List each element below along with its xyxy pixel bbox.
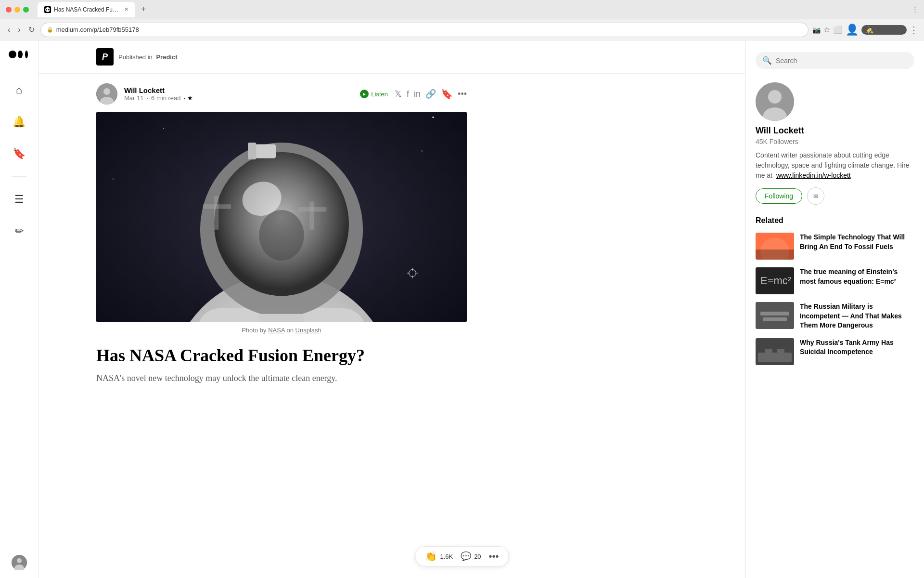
svg-point-10 <box>103 88 110 95</box>
related-article-3[interactable]: The Russian Military is Incompetent — An… <box>756 302 914 330</box>
sidebar-bottom <box>12 555 27 570</box>
publication-name[interactable]: Predict <box>156 53 177 61</box>
home-icon[interactable]: ⌂ <box>13 81 25 99</box>
comment-button[interactable]: 💬 20 <box>461 551 481 562</box>
app-body: ⌂ 🔔 🔖 ☰ ✏ P Published in Predict <box>0 40 924 578</box>
linkedin-link[interactable]: www.linkedin.in/w-lockett <box>776 171 851 179</box>
tab-close-button[interactable]: ✕ <box>124 6 128 13</box>
unsplash-link[interactable]: Unsplash <box>295 327 321 334</box>
tab-title: Has NASA Cracked Fusion Ene… <box>54 6 121 13</box>
edit-sidebar-icon[interactable]: ✏ <box>12 222 26 240</box>
clap-count: 1.6K <box>440 553 453 560</box>
browser-actions: 📷 ☆ ⬜ 👤 🕵 Incognito ⋮ <box>812 24 918 36</box>
address-bar: ‹ › ↻ 🔒 medium.com/p/1eb79fb55178 📷 ☆ ⬜ … <box>0 19 924 40</box>
svg-rect-24 <box>203 204 231 209</box>
back-button[interactable]: ‹ <box>6 24 12 36</box>
sidebar-divider <box>12 176 26 177</box>
svg-point-1 <box>46 9 47 10</box>
more-options-icon[interactable]: ••• <box>458 89 467 99</box>
comment-icon: 💬 <box>461 551 471 562</box>
svg-rect-48 <box>777 349 784 355</box>
following-button[interactable]: Following <box>756 188 802 204</box>
publication-logo[interactable]: P <box>96 48 114 66</box>
save-icon[interactable]: 🔖 <box>441 88 453 100</box>
related-title-3: The Russian Military is Incompetent — An… <box>800 302 914 330</box>
listen-play-icon: ▶ <box>360 90 369 98</box>
traffic-lights <box>6 7 29 13</box>
author-info: Will Lockett Mar 11 · 6 min read · ★ <box>124 86 353 102</box>
lock-icon: 🔒 <box>47 26 53 33</box>
article-subtitle: NASA's novel new technology may unlock t… <box>96 372 467 385</box>
link-icon[interactable]: 🔗 <box>425 89 436 99</box>
author-avatar[interactable] <box>96 83 117 105</box>
article-wrapper: Will Lockett Mar 11 · 6 min read · ★ ▶ L… <box>38 74 525 414</box>
svg-rect-39 <box>756 250 794 260</box>
close-button[interactable] <box>6 7 12 13</box>
author-row: Will Lockett Mar 11 · 6 min read · ★ ▶ L… <box>96 83 467 105</box>
more-bar-button[interactable]: ••• <box>489 551 499 562</box>
search-box[interactable]: 🔍 <box>756 52 914 69</box>
camera-off-icon: 📷 <box>812 26 821 34</box>
bookmark-sidebar-icon[interactable]: 🔖 <box>10 144 28 163</box>
window-list-icon[interactable]: ⋮ <box>912 6 918 13</box>
related-thumb-1 <box>756 233 794 260</box>
new-tab-button[interactable]: + <box>137 4 150 14</box>
author-card-avatar[interactable] <box>756 82 794 121</box>
read-time: 6 min read <box>151 94 180 102</box>
forward-button[interactable]: › <box>16 24 22 36</box>
author-card-name[interactable]: Will Lockett <box>756 126 804 136</box>
related-article-2[interactable]: E=mc² The true meaning of Einstein's mos… <box>756 267 914 294</box>
related-article-4[interactable]: Why Russia's Tank Army Has Suicidal Inco… <box>756 338 914 365</box>
menu-icon[interactable]: ⋮ <box>910 25 918 35</box>
author-name[interactable]: Will Lockett <box>124 86 353 94</box>
nasa-link[interactable]: NASA <box>268 327 285 334</box>
active-tab[interactable]: Has NASA Cracked Fusion Ene… ✕ <box>38 2 135 17</box>
svg-rect-46 <box>758 353 792 362</box>
listen-button[interactable]: ▶ Listen <box>360 90 388 98</box>
medium-logo[interactable] <box>9 48 30 64</box>
svg-rect-23 <box>214 196 218 230</box>
related-article-1[interactable]: The Simple Technology That Will Bring An… <box>756 233 914 260</box>
star-icon[interactable]: ☆ <box>823 25 830 34</box>
notification-icon[interactable]: 🔔 <box>10 113 28 131</box>
related-title-4: Why Russia's Tank Army Has Suicidal Inco… <box>800 338 914 365</box>
author-actions: Following ✉ <box>756 187 824 205</box>
related-thumb-3 <box>756 302 794 329</box>
main-content: P Published in Predict Will Lockett Mar … <box>38 40 746 578</box>
author-meta: Mar 11 · 6 min read · ★ <box>124 94 353 102</box>
related-thumb-2: E=mc² <box>756 267 794 294</box>
minimize-button[interactable] <box>14 7 20 13</box>
svg-rect-26 <box>298 207 326 211</box>
maximize-button[interactable] <box>23 7 29 13</box>
star-rating: · ★ <box>184 94 193 102</box>
crosshair <box>409 269 416 277</box>
svg-point-27 <box>259 210 304 261</box>
related-thumb-4 <box>756 338 794 365</box>
linkedin-icon[interactable]: in <box>414 89 421 99</box>
article-title: Has NASA Cracked Fusion Energy? <box>96 345 467 366</box>
clap-icon: 👏 <box>425 551 437 562</box>
svg-point-14 <box>163 128 164 129</box>
profile-icon[interactable]: 👤 <box>846 24 859 36</box>
facebook-icon[interactable]: f <box>407 89 409 99</box>
svg-point-2 <box>48 9 50 10</box>
url-bar[interactable]: 🔒 medium.com/p/1eb79fb55178 <box>40 23 809 37</box>
search-input[interactable] <box>776 57 908 65</box>
svg-point-3 <box>9 51 16 58</box>
subscribe-icon: ✉ <box>813 193 819 200</box>
svg-point-15 <box>432 117 434 118</box>
twitter-icon[interactable]: 𝕏 <box>395 89 402 99</box>
reload-button[interactable]: ↻ <box>26 23 37 36</box>
list-sidebar-icon[interactable]: ☰ <box>12 190 27 209</box>
user-avatar[interactable] <box>12 555 27 570</box>
incognito-badge: 🕵 Incognito <box>861 25 907 35</box>
svg-point-16 <box>422 150 423 151</box>
clap-button[interactable]: 👏 1.6K <box>425 551 453 562</box>
url-text: medium.com/p/1eb79fb55178 <box>56 26 139 33</box>
tab-favicon <box>44 6 51 13</box>
related-title-2: The true meaning of Einstein's most famo… <box>800 267 914 294</box>
social-icons: 𝕏 f in 🔗 🔖 ••• <box>395 88 467 100</box>
subscribe-button[interactable]: ✉ <box>807 187 824 205</box>
svg-rect-29 <box>248 143 257 159</box>
extensions-icon[interactable]: ⬜ <box>833 25 843 34</box>
